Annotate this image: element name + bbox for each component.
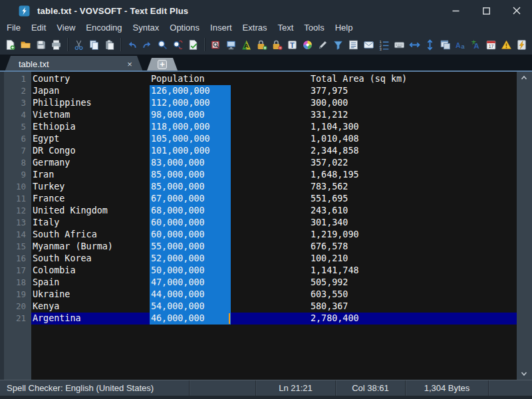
menu-syntax[interactable]: Syntax: [128, 21, 165, 35]
search-replace-icon[interactable]: [172, 39, 184, 51]
font-icon[interactable]: T: [286, 39, 299, 51]
editor-line[interactable]: Colombia50,000,0001,141,748: [31, 265, 517, 277]
preview-icon[interactable]: [209, 39, 222, 51]
editor-line[interactable]: Iran85,000,0001,648,195: [31, 169, 517, 181]
window-title: table.txt - VOVSOFT - Text Edit Plus: [37, 6, 188, 16]
editor-line[interactable]: Ukraine44,000,000603,550: [31, 289, 517, 301]
menu-encoding[interactable]: Encoding: [80, 21, 127, 35]
insert-date-icon[interactable]: 17: [485, 39, 497, 51]
pen-icon[interactable]: [317, 39, 329, 51]
pop-text: 54,000,000: [151, 301, 205, 313]
scroll-down-icon[interactable]: [521, 371, 527, 376]
editor-line[interactable]: South Korea52,000,000100,210: [31, 253, 517, 265]
close-button[interactable]: [501, 0, 532, 21]
country-text: Myanmar (Burma): [33, 241, 113, 253]
syntax-highlight-icon[interactable]: A: [240, 39, 253, 51]
editor-line[interactable]: Vietnam98,000,000331,212: [31, 109, 517, 121]
menu-bar: FileEditViewEncodingSyntaxOptionsInsertE…: [0, 21, 532, 35]
menu-view[interactable]: View: [51, 21, 80, 35]
cut-icon[interactable]: [72, 39, 85, 51]
batch-process-icon[interactable]: [515, 39, 528, 51]
menu-help[interactable]: Help: [330, 21, 358, 35]
new-file-icon[interactable]: [4, 39, 17, 51]
editor-line[interactable]: Italy60,000,000301,340: [31, 217, 517, 229]
line-number: 8: [4, 157, 31, 169]
menu-file[interactable]: File: [1, 21, 26, 35]
country-text: South Korea: [33, 253, 92, 265]
maximize-button[interactable]: [471, 0, 501, 21]
minimize-button[interactable]: [440, 0, 471, 21]
line-number: 18: [4, 277, 31, 289]
status-spell-checker: Spell Checker: English (United States): [0, 380, 190, 396]
line-options-icon[interactable]: [347, 39, 360, 51]
line-number: 15: [4, 241, 31, 253]
sort-vertical-icon[interactable]: [424, 39, 436, 51]
editor-line[interactable]: DR Congo101,000,0002,344,858: [31, 145, 517, 157]
change-case-icon[interactable]: Aa: [454, 39, 467, 51]
undo-icon[interactable]: [126, 39, 138, 51]
encrypt-icon[interactable]: [255, 39, 268, 51]
fullscreen-icon[interactable]: [225, 39, 237, 51]
editor-line[interactable]: Kenya54,000,000580,367: [31, 301, 517, 313]
menu-text[interactable]: Text: [272, 21, 299, 35]
line-number: 19: [4, 289, 31, 301]
menu-tools[interactable]: Tools: [299, 21, 329, 35]
area-text: 1,219,090: [311, 229, 359, 241]
tab-table-txt[interactable]: table.txt ×: [5, 56, 143, 72]
menu-extras[interactable]: Extras: [237, 21, 273, 35]
open-folder-icon[interactable]: [19, 39, 32, 51]
color-picker-icon[interactable]: [301, 39, 314, 51]
decrypt-icon[interactable]: [271, 39, 283, 51]
spell-check-icon[interactable]: [187, 39, 200, 51]
editor-line[interactable]: United Kingdom68,000,000243,610: [31, 205, 517, 217]
line-number: 13: [4, 217, 31, 229]
pop-text: 105,000,000: [151, 133, 210, 145]
print-icon[interactable]: [50, 39, 63, 51]
area-text: 331,212: [311, 109, 348, 121]
menu-edit[interactable]: Edit: [26, 21, 51, 35]
filter-icon[interactable]: [332, 39, 344, 51]
plus-icon: +: [158, 60, 167, 69]
copy-icon[interactable]: [88, 39, 100, 51]
new-tab-button[interactable]: +: [147, 58, 178, 70]
swap-horizontal-icon[interactable]: [408, 39, 421, 51]
pop-text: 50,000,000: [151, 265, 205, 277]
editor-line[interactable]: South Africa60,000,0001,219,090: [31, 229, 517, 241]
editor-line[interactable]: Japan126,000,000377,975: [31, 85, 517, 97]
editor-line[interactable]: France67,000,000551,695: [31, 193, 517, 205]
menu-insert[interactable]: Insert: [205, 21, 237, 35]
editor-text-area[interactable]: CountryPopulationTotal Area (sq km)Japan…: [31, 72, 517, 380]
translate-case-icon[interactable]: A: [469, 39, 482, 51]
area-text: 100,210: [311, 253, 348, 265]
editor-line[interactable]: Ethiopia118,000,0001,104,300: [31, 121, 517, 133]
scroll-up-icon[interactable]: [521, 75, 527, 80]
paste-icon[interactable]: [103, 39, 116, 51]
editor-line[interactable]: Germany83,000,000357,022: [31, 157, 517, 169]
vertical-scrollbar[interactable]: [517, 72, 532, 380]
search-icon[interactable]: [156, 39, 169, 51]
redo-icon[interactable]: [141, 39, 154, 51]
editor-line[interactable]: Turkey85,000,000783,562: [31, 181, 517, 193]
editor-line[interactable]: Argentina46,000,0002,780,400: [31, 313, 517, 325]
clone-document-icon[interactable]: [439, 39, 452, 51]
area-text: 243,610: [311, 205, 348, 217]
numbered-list-icon[interactable]: 123: [378, 39, 390, 51]
window-controls: [440, 0, 532, 21]
editor-line[interactable]: Spain47,000,000505,992: [31, 277, 517, 289]
tab-close-icon[interactable]: ×: [126, 59, 143, 69]
area-text: 603,550: [311, 289, 348, 301]
save-icon[interactable]: [35, 39, 47, 51]
line-number: 6: [4, 133, 31, 145]
area-text: 1,648,195: [311, 169, 359, 181]
editor-line[interactable]: Philippines112,000,000300,000: [31, 97, 517, 109]
country-text: Iran: [33, 169, 54, 181]
warning-icon[interactable]: [500, 39, 513, 51]
email-icon[interactable]: [362, 39, 375, 51]
editor-line[interactable]: CountryPopulationTotal Area (sq km): [31, 73, 517, 85]
pop-text: 60,000,000: [151, 217, 205, 229]
editor-line[interactable]: Egypt105,000,0001,010,408: [31, 133, 517, 145]
line-number: 21: [4, 313, 31, 325]
menu-options[interactable]: Options: [164, 21, 205, 35]
editor-line[interactable]: Myanmar (Burma)55,000,000676,578: [31, 241, 517, 253]
keyboard-icon[interactable]: [393, 39, 406, 51]
